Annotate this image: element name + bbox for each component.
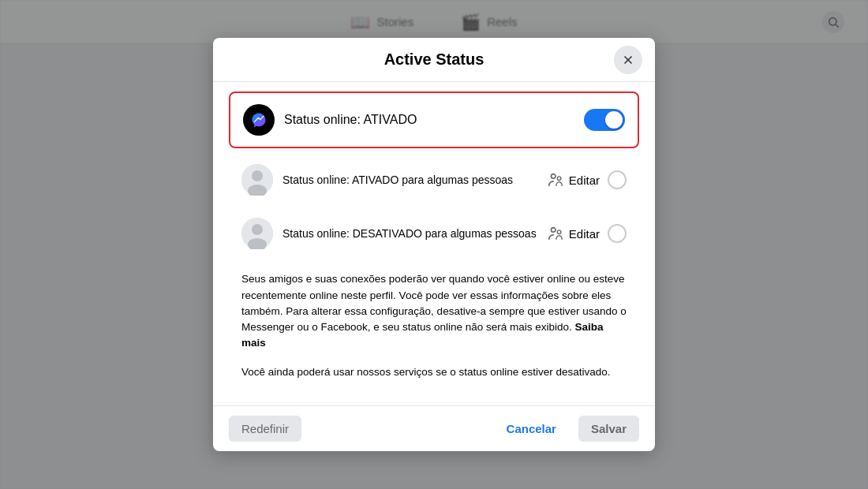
status-main-row: Status online: ATIVADO	[229, 91, 639, 148]
status-row1-label: Status online: ATIVADO para algumas pess…	[282, 174, 547, 186]
active-status-modal: Active Status	[213, 38, 655, 451]
svg-point-5	[252, 170, 263, 181]
edit-area-2: Editar	[547, 225, 600, 242]
modal-body: Status online: ATIVADO Status online: AT…	[213, 82, 655, 405]
svg-point-10	[252, 224, 263, 235]
toggle-track[interactable]	[584, 109, 625, 131]
edit-link-1[interactable]: Editar	[569, 174, 600, 187]
person-icon-2	[241, 218, 273, 249]
footer-right: Cancelar Salvar	[494, 416, 639, 442]
cancel-button[interactable]: Cancelar	[494, 416, 569, 442]
people-edit-icon-2	[547, 225, 564, 242]
messenger-icon	[243, 104, 275, 136]
status-main-toggle[interactable]	[584, 109, 625, 131]
svg-point-12	[551, 228, 556, 233]
svg-point-8	[557, 177, 561, 181]
close-button[interactable]	[614, 46, 642, 74]
radio-btn-2[interactable]	[608, 224, 627, 243]
radio-btn-1[interactable]	[608, 170, 627, 189]
description-secondary: Você ainda poderá usar nossos serviços s…	[229, 358, 639, 393]
edit-area-1: Editar	[547, 171, 600, 189]
svg-point-13	[557, 230, 561, 234]
svg-point-7	[551, 174, 556, 179]
person-icon-1	[241, 164, 273, 196]
status-row2-label: Status online: DESATIVADO para algumas p…	[282, 227, 547, 240]
description-main: Seus amigos e suas conexões poderão ver …	[229, 262, 639, 357]
status-row-1: Status online: ATIVADO para algumas pess…	[229, 155, 639, 205]
edit-link-2[interactable]: Editar	[569, 227, 600, 241]
toggle-thumb	[605, 111, 623, 129]
modal-footer: Redefinir Cancelar Salvar	[213, 405, 655, 451]
modal-title: Active Status	[384, 50, 485, 69]
status-main-label: Status online: ATIVADO	[284, 113, 584, 127]
save-button[interactable]: Salvar	[578, 416, 639, 442]
people-edit-icon-1	[547, 171, 564, 189]
status-row-2: Status online: DESATIVADO para algumas p…	[229, 208, 639, 259]
reset-button[interactable]: Redefinir	[229, 416, 301, 442]
modal-header: Active Status	[213, 38, 655, 82]
